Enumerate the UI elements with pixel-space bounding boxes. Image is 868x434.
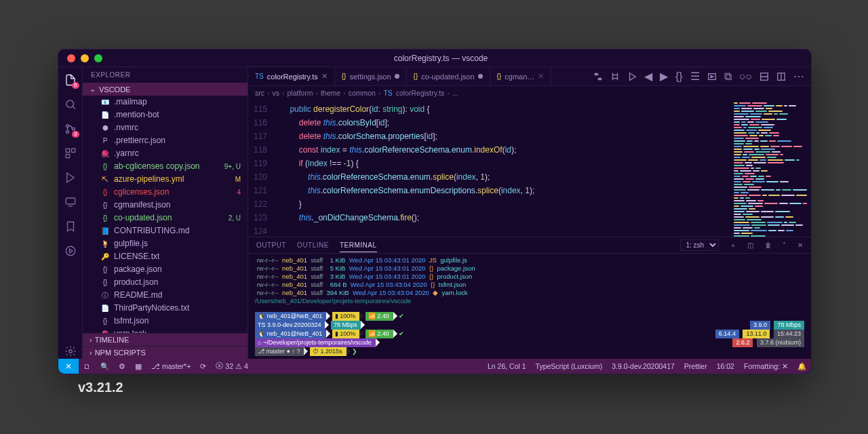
editor-tab[interactable]: {}cgman…✕: [490, 67, 552, 85]
pl-duration: ⏱ 1.2015s: [310, 347, 347, 356]
file-item[interactable]: {}cglicenses.json4: [83, 186, 248, 199]
file-item[interactable]: 📧.mailmap: [83, 96, 248, 108]
status-sync[interactable]: ⟳: [195, 362, 211, 370]
compare-icon[interactable]: [610, 72, 620, 81]
live-share-icon[interactable]: [63, 243, 78, 258]
status-language[interactable]: TypeScript (Luxcium): [531, 362, 608, 370]
code-content[interactable]: public deregisterColor(id: string): void…: [275, 100, 730, 237]
panel-tab-outline[interactable]: OUTLINE: [297, 239, 329, 252]
circles-icon[interactable]: ○○: [739, 71, 752, 83]
status-file-icon[interactable]: 🗋: [79, 362, 96, 370]
terminal-select[interactable]: 1: zsh: [680, 239, 719, 251]
bottom-panel: OUTPUT OUTLINE TERMINAL 1: zsh ＋ ◫ 🗑 ˄ ✕…: [248, 237, 811, 359]
split-right-icon[interactable]: [776, 72, 786, 81]
terminal-powerline: 🐧 neb_401@NeB_401 ▮ 100% 📶 2.40 ✔ TS 3.9…: [248, 310, 811, 359]
breadcrumb-item[interactable]: TS colorRegistry.ts: [383, 89, 444, 97]
run-icon[interactable]: [627, 72, 637, 81]
link-icon[interactable]: ⧉: [724, 71, 732, 83]
timeline-section[interactable]: ›TIMELINE: [83, 333, 248, 346]
remote-icon[interactable]: [63, 195, 78, 210]
new-terminal-icon[interactable]: ＋: [730, 241, 737, 250]
terminal[interactable]: rw-r--r-- neb_401 staff 1 KiB Wed Apr 15…: [248, 254, 811, 310]
close-tab-icon[interactable]: ✕: [321, 72, 328, 81]
pl-tsver: TS 3.9.0-dev.20200324: [255, 321, 325, 330]
status-position[interactable]: Ln 26, Col 1: [483, 362, 531, 370]
bookmarks-icon[interactable]: [63, 219, 78, 234]
close-icon[interactable]: [67, 54, 75, 62]
maximize-panel-icon[interactable]: ˄: [783, 241, 787, 249]
close-panel-icon[interactable]: ✕: [797, 241, 804, 249]
file-item[interactable]: {}cgmanifest.json: [83, 199, 248, 212]
prev-icon[interactable]: ◀: [644, 70, 652, 83]
file-icon: {}: [100, 161, 110, 172]
svg-point-8: [66, 246, 75, 256]
file-item[interactable]: 📄.mention-bot: [83, 108, 248, 121]
folder-section-header[interactable]: ⌄ VSCODE: [83, 83, 248, 96]
explorer-sidebar: EXPLORER ⌄ VSCODE 📧.mailmap📄.mention-bot…: [83, 67, 248, 359]
file-item[interactable]: 📘CONTRIBUTING.md: [83, 224, 248, 237]
braces-icon[interactable]: {}: [675, 71, 683, 83]
panel-tab-terminal[interactable]: TERMINAL: [340, 239, 377, 252]
split-down-icon[interactable]: [760, 72, 769, 81]
pl-mbps: 78 Mbps: [331, 321, 361, 330]
search-icon[interactable]: [63, 97, 78, 112]
file-item[interactable]: 📄ThirdPartyNotices.txt: [83, 302, 248, 315]
npm-scripts-section[interactable]: ›NPM SCRIPTS: [83, 346, 248, 359]
file-item[interactable]: {}package.json: [83, 263, 248, 276]
file-item[interactable]: 🧶.yarnrc: [83, 147, 248, 160]
file-item[interactable]: ⓘREADME.md: [83, 289, 248, 302]
diff-icon[interactable]: [593, 72, 603, 81]
breadcrumb-item[interactable]: common: [349, 89, 376, 97]
breadcrumb-item[interactable]: ...: [452, 89, 458, 97]
breadcrumb-item[interactable]: src: [255, 89, 264, 97]
file-item[interactable]: 🍹gulpfile.js: [83, 237, 248, 250]
maximize-icon[interactable]: [94, 54, 102, 62]
settings-gear-icon[interactable]: [63, 344, 78, 359]
more-icon[interactable]: ⋯: [793, 70, 804, 83]
run-debug-icon[interactable]: [63, 170, 78, 185]
editor-tab[interactable]: TScolorRegistry.ts✕: [248, 67, 335, 85]
file-item[interactable]: ⬢.nvmrc: [83, 121, 248, 134]
status-ext-icon[interactable]: ▦: [130, 362, 146, 370]
status-tsversion[interactable]: 3.9.0-dev.20200417: [607, 362, 679, 370]
file-icon: ⬢: [100, 122, 110, 134]
file-item[interactable]: 🔑LICENSE.txt: [83, 250, 248, 263]
status-search-icon[interactable]: 🔍: [96, 362, 114, 371]
svg-rect-4: [66, 149, 69, 152]
status-branch[interactable]: ⎇ master*+: [146, 362, 195, 370]
close-tab-icon[interactable]: ✕: [538, 72, 544, 81]
remote-status-icon[interactable]: [58, 359, 79, 374]
editor-tab[interactable]: {}co-updated.json: [407, 67, 490, 85]
extensions-icon[interactable]: [63, 146, 78, 161]
status-problems[interactable]: ⓧ 32 ⚠ 4: [211, 361, 253, 371]
status-settings-icon[interactable]: ⚙: [114, 362, 130, 370]
breadcrumb-item[interactable]: platform: [288, 89, 313, 97]
breadcrumbs[interactable]: src›vs›platform›theme›common›TS colorReg…: [248, 86, 811, 100]
split-terminal-icon[interactable]: ◫: [747, 241, 754, 249]
status-bell-icon[interactable]: 🔔: [793, 362, 811, 371]
breadcrumb-item[interactable]: theme: [321, 89, 340, 97]
breadcrumb-item[interactable]: vs: [273, 89, 280, 97]
source-control-icon[interactable]: 3: [63, 121, 78, 136]
file-icon: 📄: [100, 302, 110, 314]
file-item[interactable]: {}ab-cglicenses copy.json9+, U: [83, 160, 248, 173]
minimap[interactable]: [730, 100, 811, 237]
file-item[interactable]: {}co-updated.json2, U: [83, 212, 248, 224]
file-item[interactable]: 🧶yarn.lock: [83, 328, 248, 333]
kill-terminal-icon[interactable]: 🗑: [765, 241, 772, 249]
explorer-icon[interactable]: 5: [63, 73, 78, 87]
file-tree[interactable]: 📧.mailmap📄.mention-bot⬢.nvmrcP.prettierr…: [83, 96, 248, 333]
minimize-icon[interactable]: [81, 54, 89, 62]
code-editor[interactable]: 115116117118119120121122123124 public de…: [248, 100, 730, 237]
editor-tab[interactable]: {}settings.json: [335, 67, 407, 85]
file-item[interactable]: ⛏azure-pipelines.ymlM: [83, 173, 248, 186]
file-item[interactable]: {}tsfmt.json: [83, 315, 248, 328]
file-item[interactable]: P.prettierrc.json: [83, 134, 248, 147]
preview-icon[interactable]: [707, 72, 717, 81]
file-item[interactable]: {}product.json: [83, 276, 248, 289]
status-prettier[interactable]: Prettier: [679, 362, 712, 370]
panel-tab-output[interactable]: OUTPUT: [256, 239, 286, 252]
next-icon[interactable]: ▶: [660, 70, 668, 83]
list-icon[interactable]: ☰: [690, 70, 700, 83]
status-formatting[interactable]: Formatting: ✕: [739, 362, 793, 370]
